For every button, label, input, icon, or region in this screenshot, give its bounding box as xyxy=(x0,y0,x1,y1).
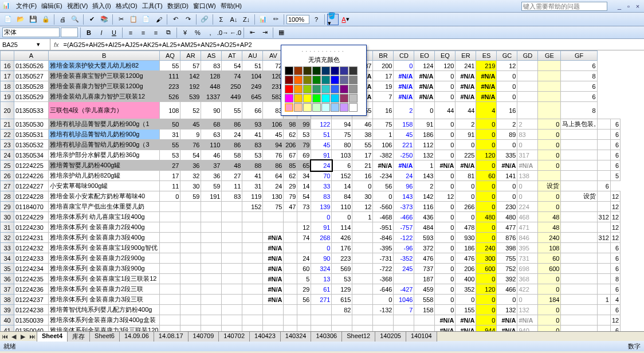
cell[interactable]: 41 xyxy=(242,171,263,181)
cell[interactable]: 6 xyxy=(610,150,620,160)
cell[interactable]: -951 xyxy=(373,222,394,233)
cell[interactable]: 01224238 xyxy=(14,305,49,315)
cell[interactable]: 132 xyxy=(414,150,435,160)
cell[interactable]: 0 xyxy=(435,181,455,191)
cell[interactable] xyxy=(201,284,222,295)
cell[interactable]: 62 xyxy=(284,130,297,140)
color-swatch[interactable] xyxy=(294,66,303,75)
cell[interactable]: 马上换包装, xyxy=(561,119,597,130)
color-swatch[interactable] xyxy=(303,103,312,112)
cell[interactable]: 132 xyxy=(517,305,538,315)
cell[interactable]: 91 xyxy=(455,130,476,140)
cell[interactable]: 223 xyxy=(160,81,180,92)
cell[interactable]: 81 xyxy=(455,171,476,181)
cell[interactable]: -122 xyxy=(394,233,414,243)
cell[interactable]: 雅培菁智优纯系列婴儿配方奶粉400g xyxy=(49,305,160,315)
cell[interactable]: 01350527 xyxy=(14,71,49,81)
cell[interactable]: 468 xyxy=(517,212,538,222)
cell[interactable]: 雅培菁智婴儿奶粉400g罐 xyxy=(49,160,160,171)
cell[interactable]: -427 xyxy=(394,284,414,295)
row-header[interactable]: 21 xyxy=(1,119,14,130)
menu-insert[interactable]: 插入(I) xyxy=(92,2,111,10)
cell[interactable]: 2 xyxy=(497,119,517,130)
cell[interactable]: 0 xyxy=(435,202,455,212)
cell[interactable]: 0 xyxy=(311,243,332,253)
cell[interactable]: 30 xyxy=(352,191,373,202)
cell[interactable]: 1046 xyxy=(394,295,414,305)
cell[interactable]: 48 xyxy=(222,160,242,171)
cell[interactable]: 9 xyxy=(180,130,201,140)
bold-icon[interactable]: B xyxy=(83,27,95,38)
cell[interactable]: 398 xyxy=(497,243,517,253)
cell[interactable]: 480 xyxy=(476,212,497,222)
cell[interactable]: 7 xyxy=(394,305,414,315)
cell[interactable]: 158 xyxy=(394,119,414,130)
cell[interactable]: 74 xyxy=(297,233,311,243)
cell[interactable]: 392 xyxy=(497,274,517,284)
cell[interactable] xyxy=(597,325,610,332)
cell[interactable]: 6 xyxy=(610,160,620,171)
cell[interactable]: #N/A xyxy=(455,81,476,92)
cell[interactable]: 200 xyxy=(373,61,394,71)
cell[interactable]: -757 xyxy=(394,222,414,233)
cell[interactable]: 0 xyxy=(497,71,517,81)
cell[interactable]: 0 xyxy=(435,233,455,243)
cell[interactable] xyxy=(597,191,610,202)
sheet-tab[interactable]: 140324 xyxy=(280,331,312,342)
cell[interactable] xyxy=(297,212,311,222)
cell[interactable]: 12 xyxy=(297,222,311,233)
cell[interactable] xyxy=(561,295,597,305)
cell[interactable]: 01350533 xyxy=(14,102,49,119)
col-header[interactable]: GD xyxy=(517,51,538,61)
cell[interactable]: 141 xyxy=(497,171,517,181)
cell[interactable]: 12 xyxy=(352,202,373,212)
cell[interactable]: 69 xyxy=(297,150,311,160)
color-swatch[interactable] xyxy=(285,66,293,75)
fx-icon[interactable]: fx xyxy=(50,41,62,48)
cell[interactable]: 0 xyxy=(497,295,517,305)
cell[interactable]: 54 xyxy=(297,191,311,202)
col-header[interactable]: AR xyxy=(180,51,201,61)
cell[interactable]: 110 xyxy=(201,140,222,150)
cell[interactable]: 雅培有机珍品菁智幼儿奶粉900g xyxy=(49,130,160,140)
cell[interactable] xyxy=(561,202,597,212)
cell[interactable]: 0 xyxy=(373,295,394,305)
cell[interactable] xyxy=(242,295,263,305)
cell[interactable]: 41 xyxy=(242,130,263,140)
sheet-tab[interactable]: Sheet12 xyxy=(341,331,375,342)
color-swatch[interactable] xyxy=(340,94,348,103)
row-header[interactable]: 24 xyxy=(1,150,14,160)
cell[interactable]: 698 xyxy=(517,264,538,274)
cell[interactable] xyxy=(160,264,180,274)
cell[interactable]: 01224234 xyxy=(14,264,49,274)
cell[interactable]: 0 xyxy=(497,81,517,92)
cell[interactable]: 223 xyxy=(332,253,352,264)
cell[interactable] xyxy=(352,243,373,253)
cell[interactable]: 90 xyxy=(311,253,332,264)
color-swatch[interactable] xyxy=(321,94,330,103)
cell[interactable]: 0 xyxy=(538,119,561,130)
cell[interactable]: 雅培亲体系列 金装喜康力2段400g xyxy=(49,222,160,233)
restore-button[interactable]: ▫ xyxy=(625,3,633,10)
cell[interactable] xyxy=(201,295,222,305)
fill-color-button[interactable]: 🪣▾ xyxy=(327,14,339,25)
cell[interactable] xyxy=(284,264,297,274)
cell[interactable] xyxy=(373,315,394,325)
cell[interactable]: 6 xyxy=(610,253,620,264)
cell[interactable]: 65 xyxy=(297,160,311,171)
cell[interactable]: 01350040 xyxy=(14,325,49,332)
cell[interactable] xyxy=(311,325,332,332)
cell[interactable]: 雅培亲体系列金装喜康力3段三联装120 xyxy=(49,325,160,332)
color-swatch[interactable] xyxy=(321,103,330,112)
cell[interactable]: 731 xyxy=(517,253,538,264)
cell[interactable] xyxy=(222,243,242,253)
cell[interactable]: 478 xyxy=(455,222,476,233)
cell[interactable]: 477 xyxy=(497,222,517,233)
cell[interactable]: -731 xyxy=(373,253,394,264)
cell[interactable]: 539 xyxy=(180,92,201,102)
cell[interactable] xyxy=(222,274,242,284)
cell[interactable] xyxy=(538,102,561,119)
cell[interactable]: 476 xyxy=(414,253,435,264)
col-header[interactable] xyxy=(1,51,14,61)
cell[interactable]: 142 xyxy=(414,191,435,202)
